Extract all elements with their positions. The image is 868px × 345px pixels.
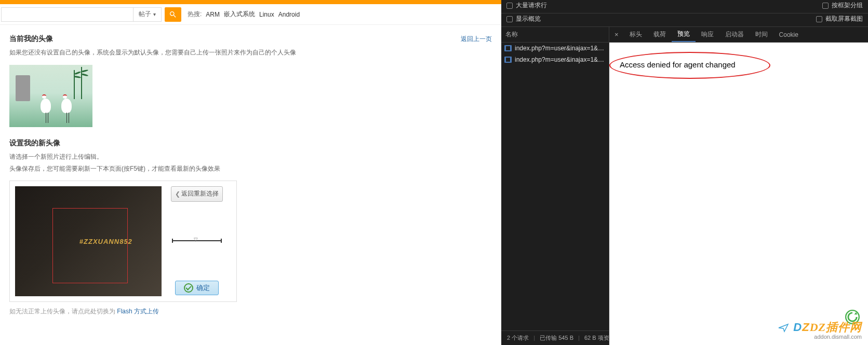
devtools-body: 名称 index.php?m=user&inajax=1&a=r... inde… bbox=[501, 27, 868, 345]
document-icon bbox=[504, 57, 512, 63]
watermark-sub: addon.dismall.com bbox=[777, 334, 862, 340]
request-url: index.php?m=user&inajax=1&a=r... bbox=[515, 56, 606, 63]
request-url: index.php?m=user&inajax=1&a=r... bbox=[515, 45, 606, 52]
dropdown-label: 帖子 bbox=[139, 10, 151, 19]
hot-search-label: 热搜: bbox=[188, 10, 202, 19]
check-circle-icon bbox=[184, 283, 193, 293]
search-button[interactable] bbox=[165, 7, 181, 22]
avatar-crop-area[interactable]: #ZZXUANN852 bbox=[15, 186, 162, 296]
hot-link-arm[interactable]: ARM bbox=[206, 11, 220, 18]
top-orange-bar bbox=[0, 0, 501, 4]
checkbox-icon bbox=[506, 16, 513, 22]
new-avatar-section: 设置我的新头像 请选择一个新照片进行上传编辑。 头像保存后，您可能需要刷新一下本… bbox=[9, 139, 492, 315]
checkbox-label: 按框架分组 bbox=[832, 1, 863, 10]
checkbox-large-request-rows[interactable]: 大量请求行 bbox=[506, 1, 547, 10]
response-preview-pane: Access denied for agent changed DZDZ插件网 … bbox=[609, 43, 868, 345]
current-avatar-desc: 如果您还没有设置自己的头像，系统会显示为默认头像，您需要自己上传一张照片来作为自… bbox=[9, 48, 492, 58]
refresh-badge-icon bbox=[845, 310, 860, 324]
request-list-header[interactable]: 名称 bbox=[501, 27, 609, 43]
hot-link-android[interactable]: Android bbox=[278, 11, 300, 18]
avatar-upload-box: #ZZXUANN852 ❮ 返回重新选择 ▽ 确定 bbox=[9, 181, 237, 302]
chevron-left-icon: ❮ bbox=[175, 190, 180, 198]
search-bar: 帖子 ▾ 热搜: ARM 嵌入式系统 Linux Android bbox=[0, 4, 501, 25]
status-request-count: 2 个请求 bbox=[505, 335, 530, 341]
new-avatar-line2: 头像保存后，您可能需要刷新一下本页面(按F5键)，才能查看最新的头像效果 bbox=[9, 164, 492, 174]
paper-plane-icon bbox=[777, 323, 791, 333]
network-request-item[interactable]: index.php?m=user&inajax=1&a=r... bbox=[501, 54, 609, 65]
search-type-dropdown[interactable]: 帖子 ▾ bbox=[133, 7, 162, 22]
tab-response[interactable]: 响应 bbox=[696, 27, 719, 42]
hot-link-linux[interactable]: Linux bbox=[259, 11, 274, 18]
current-avatar-title: 当前我的头像 bbox=[9, 34, 53, 44]
checkbox-icon bbox=[822, 3, 829, 9]
fallback-prefix: 如无法正常上传头像，请点此处切换为 bbox=[9, 308, 117, 315]
slider-thumb-icon[interactable]: ▽ bbox=[194, 237, 198, 242]
flash-upload-link[interactable]: Flash 方式上传 bbox=[117, 308, 159, 315]
checkbox-show-overview[interactable]: 显示概览 bbox=[506, 15, 541, 23]
tab-headers[interactable]: 标头 bbox=[624, 27, 648, 42]
devtools-panel: 大量请求行 按框架分组 显示概览 截取屏幕截图 名称 bbox=[501, 0, 868, 345]
website-panel: 帖子 ▾ 热搜: ARM 嵌入式系统 Linux Android 当前我的头像 … bbox=[0, 0, 501, 345]
checkbox-screenshot[interactable]: 截取屏幕截图 bbox=[816, 15, 863, 23]
status-transferred: 已传输 545 B bbox=[538, 335, 575, 341]
new-avatar-line1: 请选择一个新照片进行上传编辑。 bbox=[9, 152, 492, 162]
annotation-ellipse bbox=[609, 52, 770, 79]
devtools-top-options-2: 显示概览 截取屏幕截图 bbox=[501, 13, 868, 27]
chevron-down-icon: ▾ bbox=[153, 11, 156, 17]
network-request-list: 名称 index.php?m=user&inajax=1&a=r... inde… bbox=[501, 27, 609, 345]
search-icon bbox=[169, 10, 177, 19]
zoom-slider[interactable]: ▽ bbox=[172, 240, 222, 241]
search-input[interactable] bbox=[1, 7, 133, 22]
crop-selection-rect[interactable] bbox=[52, 208, 128, 283]
reselect-label: 返回重新选择 bbox=[181, 189, 219, 198]
content-area: 当前我的头像 返回上一页 如果您还没有设置自己的头像，系统会显示为默认头像，您需… bbox=[0, 25, 501, 325]
reselect-button[interactable]: ❮ 返回重新选择 bbox=[171, 186, 223, 202]
back-to-prev-link[interactable]: 返回上一页 bbox=[461, 35, 492, 44]
checkbox-group-by-frame[interactable]: 按框架分组 bbox=[822, 1, 863, 10]
close-details-button[interactable]: × bbox=[609, 31, 624, 38]
request-details-panel: × 标头 载荷 预览 响应 启动器 时间 Cookie Access denie… bbox=[609, 27, 868, 345]
devtools-top-options: 大量请求行 按框架分组 bbox=[501, 0, 868, 13]
checkbox-label: 大量请求行 bbox=[516, 1, 547, 10]
current-avatar-header: 当前我的头像 返回上一页 bbox=[9, 34, 492, 44]
document-icon bbox=[504, 45, 512, 51]
checkbox-label: 显示概览 bbox=[516, 15, 541, 23]
tab-initiator[interactable]: 启动器 bbox=[719, 27, 750, 42]
status-resources: 62 B 项资源 bbox=[583, 335, 609, 341]
current-avatar-image bbox=[9, 65, 92, 127]
request-detail-tabs: × 标头 载荷 预览 响应 启动器 时间 Cookie bbox=[609, 27, 868, 43]
hot-link-embedded[interactable]: 嵌入式系统 bbox=[224, 10, 255, 19]
tab-preview[interactable]: 预览 bbox=[672, 27, 696, 42]
network-status-bar: 2 个请求 | 已传输 545 B | 62 B 项资源 bbox=[501, 330, 609, 345]
checkbox-icon bbox=[816, 16, 822, 22]
tab-cookies[interactable]: Cookie bbox=[773, 27, 804, 42]
checkbox-icon bbox=[506, 3, 513, 9]
network-request-item[interactable]: index.php?m=user&inajax=1&a=r... bbox=[501, 43, 609, 54]
confirm-label: 确定 bbox=[196, 283, 210, 293]
fallback-upload-text: 如无法正常上传头像，请点此处切换为 Flash 方式上传 bbox=[9, 307, 492, 316]
tab-timing[interactable]: 时间 bbox=[750, 27, 773, 42]
tab-payload[interactable]: 载荷 bbox=[648, 27, 672, 42]
new-avatar-title: 设置我的新头像 bbox=[9, 139, 492, 148]
upload-controls: ❮ 返回重新选择 ▽ 确定 bbox=[171, 186, 223, 296]
confirm-button[interactable]: 确定 bbox=[175, 281, 219, 295]
checkbox-label: 截取屏幕截图 bbox=[825, 15, 863, 23]
